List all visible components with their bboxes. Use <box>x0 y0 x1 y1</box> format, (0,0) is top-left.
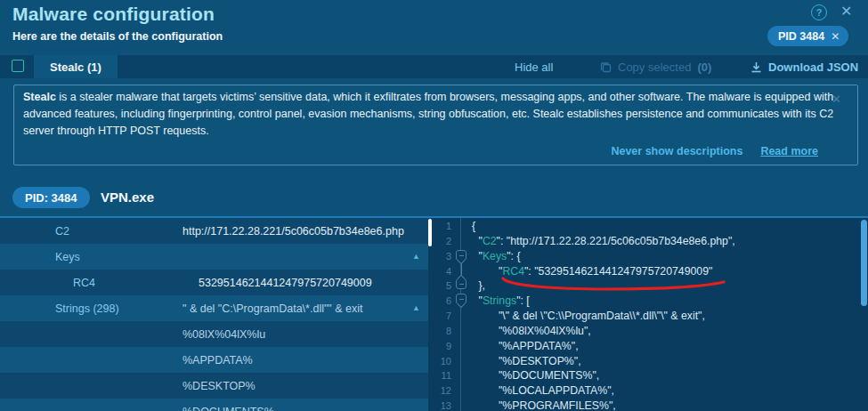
code-line: "\" & del \"C:\\ProgramData\\*.dll\"\" &… <box>472 309 859 324</box>
code-line: { <box>472 219 859 234</box>
table-row-c2[interactable]: C2 http://171.22.28.221/5c06c05b7b34e8e6… <box>0 218 428 244</box>
code-line: "%DESKTOP%", <box>472 354 859 369</box>
pid-chip-label: PID 3484 <box>778 30 824 43</box>
page-subtitle: Here are the details of the configuratio… <box>12 30 223 43</box>
collapse-arrow-icon[interactable]: ▲ <box>412 252 420 261</box>
table-row-string-item[interactable]: %DESKTOP% <box>0 373 428 399</box>
line-number: 2 <box>428 234 455 249</box>
row-label: Keys <box>0 251 183 263</box>
gutter-rule <box>460 218 461 411</box>
row-value: %08lX%04lX%lu <box>183 328 265 341</box>
row-value: http://171.22.28.221/5c06c05b7b34e8e6.ph… <box>183 225 404 238</box>
json-gutter: 12345678910111213 <box>428 219 455 411</box>
line-number: 1 <box>428 219 455 234</box>
table-row-string-item[interactable]: %08lX%04lX%lu <box>0 321 428 347</box>
line-number: 8 <box>428 324 455 339</box>
code-line: }, <box>472 278 859 294</box>
close-icon[interactable]: ✕ <box>840 3 852 20</box>
process-pid-badge: PID: 3484 <box>12 187 90 208</box>
description-line-3: server through HTTP POST requests. <box>23 125 209 137</box>
table-scrollbar-thumb[interactable] <box>428 219 432 246</box>
tab-stealc-label: Stealc (1) <box>50 60 101 74</box>
code-line: "RC4": "5329514621441247975720749009" <box>472 264 859 279</box>
table-row-string-item[interactable]: %APPDATA% <box>0 347 428 373</box>
download-json-button[interactable]: Download JSON <box>750 55 858 78</box>
line-number: 4 <box>428 264 455 279</box>
code-line: "%08lX%04lX%lu", <box>472 324 859 339</box>
download-icon <box>750 61 762 73</box>
malware-description-panel: Stealc is a stealer malware that targets… <box>13 85 858 165</box>
read-more-link[interactable]: Read more <box>760 145 818 157</box>
fold-collapse-icon[interactable] <box>456 250 466 261</box>
fold-collapse-end-icon[interactable] <box>456 278 466 289</box>
code-line: "%DOCUMENTS%", <box>472 368 859 383</box>
malware-configuration-window: Malware configuration Here are the detai… <box>0 0 868 411</box>
code-line: "%APPDATA%", <box>472 339 859 354</box>
row-value: %APPDATA% <box>183 354 253 367</box>
copy-icon <box>600 61 612 73</box>
table-row-strings[interactable]: Strings (298) " & del "C:\ProgramData\*.… <box>0 295 428 321</box>
line-number: 3 <box>428 249 455 264</box>
line-number: 5 <box>428 278 455 294</box>
row-value: 5329514621441247975720749009 <box>183 277 372 289</box>
table-row-string-item[interactable]: %DOCUMENTS% <box>0 399 428 411</box>
row-value: " & del "C:\ProgramData\*.dll"" & exit <box>183 302 363 315</box>
chip-close-icon[interactable]: ✕ <box>831 30 840 43</box>
table-row-keys[interactable]: Keys ▲ <box>0 244 428 270</box>
json-viewer-panel: 12345678910111213 {"C2": "http://171.22.… <box>428 218 868 411</box>
pid-filter-chip[interactable]: PID 3484 ✕ <box>767 26 848 46</box>
row-label: C2 <box>0 225 183 238</box>
description-line-2: advanced features, including fingerprint… <box>23 108 833 120</box>
row-label: RC4 <box>0 277 183 289</box>
copy-selected-button[interactable]: Copy selected (0) <box>600 55 711 78</box>
row-label: Strings (298) <box>0 302 183 315</box>
config-tabbar: Stealc (1) Hide all Copy selected (0) Do… <box>0 55 868 78</box>
line-number: 11 <box>428 368 455 383</box>
collapse-arrow-icon[interactable]: ▲ <box>412 303 420 312</box>
page-title: Malware configuration <box>12 4 215 25</box>
row-value: %DESKTOP% <box>183 380 256 392</box>
line-number: 7 <box>428 309 455 324</box>
help-icon[interactable]: ? <box>811 4 827 20</box>
code-line: "%PROGRAMFILES%", <box>472 399 859 411</box>
description-line-1: Stealc is a stealer malware that targets… <box>23 91 833 103</box>
hide-all-button[interactable]: Hide all <box>515 55 553 78</box>
table-row-rc4[interactable]: RC4 5329514621441247975720749009 <box>0 270 428 295</box>
line-number: 6 <box>428 294 455 309</box>
config-table: C2 http://171.22.28.221/5c06c05b7b34e8e6… <box>0 218 428 411</box>
line-number: 9 <box>428 339 455 354</box>
malware-name: Stealc <box>23 91 56 103</box>
never-show-descriptions-link[interactable]: Never show descriptions <box>611 145 742 157</box>
line-number: 12 <box>428 383 455 399</box>
hide-all-label: Hide all <box>515 60 553 74</box>
row-value: %DOCUMENTS% <box>183 406 274 411</box>
download-json-label: Download JSON <box>768 60 858 74</box>
select-all-checkbox[interactable] <box>12 60 24 72</box>
line-number: 10 <box>428 354 455 369</box>
code-line: "C2": "http://171.22.28.221/5c06c05b7b34… <box>472 234 859 249</box>
tab-stealc[interactable]: Stealc (1) <box>34 55 118 78</box>
process-pid-label: PID: 3484 <box>25 191 77 205</box>
code-line: "Keys": { <box>472 249 859 264</box>
copy-selected-label: Copy selected <box>618 60 691 74</box>
process-name: VPN.exe <box>101 189 154 205</box>
copy-selected-count: (0) <box>697 60 711 74</box>
json-code: {"C2": "http://171.22.28.221/5c06c05b7b3… <box>472 219 859 411</box>
code-line: "%LOCALAPPDATA%", <box>472 383 859 399</box>
description-close-icon[interactable]: ✕ <box>831 93 841 106</box>
description-links: Never show descriptions Read more <box>611 145 818 157</box>
json-scrollbar-thumb[interactable] <box>861 220 867 306</box>
code-line: "Strings": [ <box>472 294 859 309</box>
fold-collapse-icon[interactable] <box>456 294 466 304</box>
line-number: 13 <box>428 399 455 411</box>
